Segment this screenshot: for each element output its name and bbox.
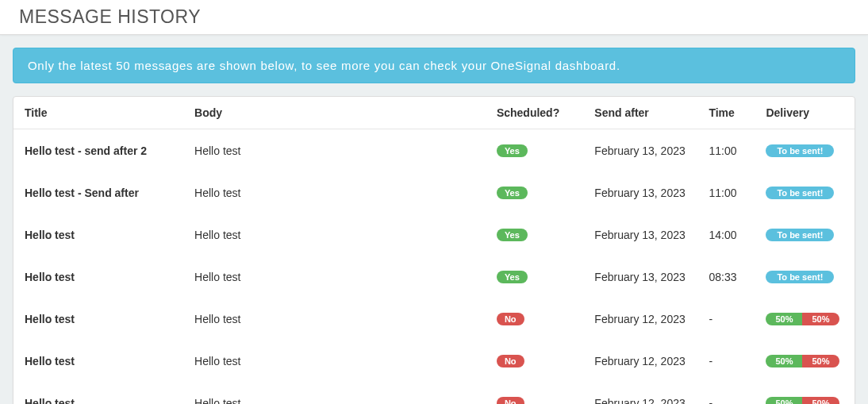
table-row: Hello testHello testNoFebruary 12, 2023-… (13, 340, 855, 382)
cell-send-after: February 12, 2023 (585, 382, 699, 404)
cell-body: Hello test (185, 129, 487, 172)
cell-title: Hello test (13, 256, 185, 298)
delivery-success: 50% (766, 313, 802, 325)
delivery-pending-pill: To be sent! (766, 144, 834, 157)
message-table: Title Body Scheduled? Send after Time De… (13, 97, 855, 404)
cell-title: Hello test - Send after (13, 171, 185, 214)
cell-delivery: To be sent! (756, 256, 855, 298)
info-banner-text: Only the latest 50 messages are shown be… (28, 59, 620, 72)
cell-delivery: To be sent! (756, 214, 855, 256)
cell-send-after: February 12, 2023 (585, 298, 699, 340)
cell-body: Hello test (185, 340, 487, 382)
scheduled-badge: No (497, 397, 524, 404)
delivery-success: 50% (766, 355, 802, 367)
cell-title: Hello test (13, 298, 185, 340)
delivery-pending-pill: To be sent! (766, 229, 834, 241)
content-container: Only the latest 50 messages are shown be… (0, 35, 868, 404)
scheduled-badge: Yes (497, 271, 528, 283)
cell-delivery: 50%50% (756, 340, 855, 382)
cell-title: Hello test (13, 382, 185, 404)
cell-scheduled: Yes (487, 256, 585, 298)
cell-time: 11:00 (699, 129, 756, 172)
col-header-body: Body (185, 97, 487, 129)
cell-scheduled: Yes (487, 171, 585, 214)
col-header-send-after: Send after (585, 97, 699, 129)
delivery-pending-pill: To be sent! (766, 271, 834, 283)
info-banner: Only the latest 50 messages are shown be… (13, 48, 855, 83)
cell-delivery: 50%50% (756, 382, 855, 404)
cell-time: - (699, 340, 756, 382)
col-header-scheduled: Scheduled? (487, 97, 585, 129)
cell-scheduled: No (487, 382, 585, 404)
cell-delivery: To be sent! (756, 129, 855, 172)
cell-send-after: February 13, 2023 (585, 214, 699, 256)
cell-delivery: To be sent! (756, 171, 855, 214)
cell-send-after: February 13, 2023 (585, 171, 699, 214)
cell-time: - (699, 298, 756, 340)
scheduled-badge: No (497, 355, 524, 367)
message-table-wrap: Title Body Scheduled? Send after Time De… (13, 96, 855, 404)
table-row: Hello test - Send afterHello testYesFebr… (13, 171, 855, 214)
col-header-delivery: Delivery (756, 97, 855, 129)
cell-time: 11:00 (699, 171, 756, 214)
cell-body: Hello test (185, 298, 487, 340)
delivery-fail: 50% (802, 313, 839, 325)
cell-time: - (699, 382, 756, 404)
delivery-split-pill: 50%50% (766, 397, 839, 404)
scheduled-badge: Yes (497, 144, 528, 157)
table-row: Hello testHello testYesFebruary 13, 2023… (13, 256, 855, 298)
delivery-split-pill: 50%50% (766, 355, 839, 367)
cell-send-after: February 12, 2023 (585, 340, 699, 382)
cell-send-after: February 13, 2023 (585, 129, 699, 172)
cell-body: Hello test (185, 214, 487, 256)
table-header-row: Title Body Scheduled? Send after Time De… (13, 97, 855, 129)
cell-scheduled: Yes (487, 214, 585, 256)
col-header-title: Title (13, 97, 185, 129)
cell-body: Hello test (185, 256, 487, 298)
scheduled-badge: No (497, 313, 524, 325)
delivery-success: 50% (766, 397, 802, 404)
table-row: Hello testHello testNoFebruary 12, 2023-… (13, 298, 855, 340)
delivery-fail: 50% (802, 397, 839, 404)
table-row: Hello testHello testNoFebruary 12, 2023-… (13, 382, 855, 404)
cell-scheduled: No (487, 298, 585, 340)
page-header: MESSAGE HISTORY (0, 0, 868, 35)
cell-time: 14:00 (699, 214, 756, 256)
scheduled-badge: Yes (497, 229, 528, 241)
cell-title: Hello test (13, 214, 185, 256)
page-title: MESSAGE HISTORY (19, 6, 849, 28)
cell-body: Hello test (185, 171, 487, 214)
cell-title: Hello test (13, 340, 185, 382)
cell-send-after: February 13, 2023 (585, 256, 699, 298)
cell-scheduled: No (487, 340, 585, 382)
cell-delivery: 50%50% (756, 298, 855, 340)
delivery-split-pill: 50%50% (766, 313, 839, 325)
cell-body: Hello test (185, 382, 487, 404)
cell-scheduled: Yes (487, 129, 585, 172)
cell-time: 08:33 (699, 256, 756, 298)
delivery-fail: 50% (802, 355, 839, 367)
table-row: Hello testHello testYesFebruary 13, 2023… (13, 214, 855, 256)
scheduled-badge: Yes (497, 187, 528, 199)
cell-title: Hello test - send after 2 (13, 129, 185, 172)
delivery-pending-pill: To be sent! (766, 187, 834, 199)
table-row: Hello test - send after 2Hello testYesFe… (13, 129, 855, 172)
col-header-time: Time (699, 97, 756, 129)
table-body: Hello test - send after 2Hello testYesFe… (13, 129, 855, 405)
